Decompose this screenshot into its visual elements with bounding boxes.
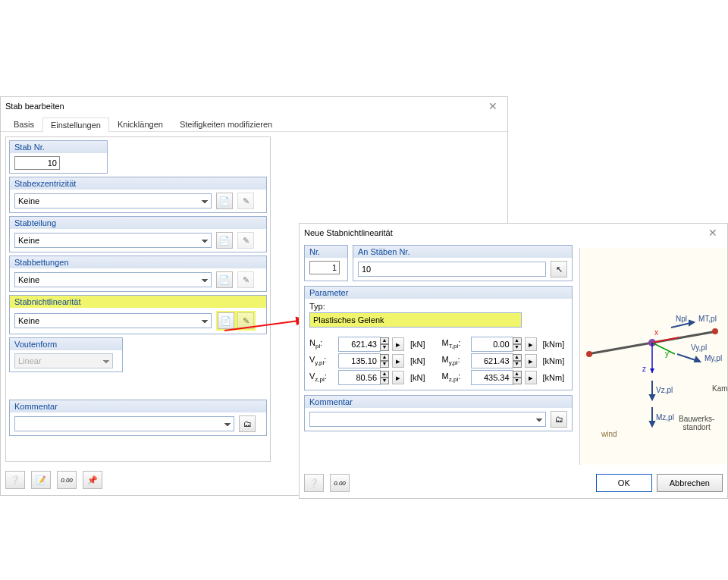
Vypl-input[interactable] [338, 353, 381, 368]
window-title: Stab bearbeiten [5, 102, 64, 111]
teil-select[interactable]: Keine [14, 233, 212, 248]
Vzpl-extra-icon[interactable]: ▸ [392, 371, 404, 384]
sec-komm-title: Kommentar [10, 400, 266, 412]
sec-exz-title: Stabexzentrizität [10, 177, 266, 190]
bet-edit-icon[interactable]: ✎ [237, 271, 254, 288]
Npl-input[interactable] [338, 337, 381, 352]
unit-kNm: [kNm] [540, 340, 568, 349]
teil-new-icon[interactable]: 📄 [216, 232, 233, 249]
Mypl-extra-icon[interactable]: ▸ [525, 354, 537, 368]
Mypl-spin[interactable]: ▲▼ [513, 354, 522, 368]
Npl-extra-icon[interactable]: ▸ [392, 337, 404, 351]
lbl-Npl: Npl: [309, 338, 335, 350]
Mzpl-input[interactable] [471, 370, 513, 385]
svg-line-5 [652, 337, 679, 343]
nr-input[interactable] [309, 261, 340, 274]
staben-input[interactable] [358, 262, 546, 277]
sec-komm: Kommentar 🗂 [9, 400, 267, 436]
tabstrip: Basis Einstellungen Knicklängen Steifigk… [1, 117, 507, 132]
MTpl-input[interactable] [471, 337, 513, 352]
diag-MTpl: MT,pl [698, 315, 717, 323]
Mzpl-spin[interactable]: ▲▼ [513, 371, 522, 384]
note-icon[interactable]: 📝 [31, 471, 51, 489]
typ-select[interactable]: Plastisches Gelenk [309, 312, 522, 328]
diag-Mzpl: Mz,pl [656, 413, 674, 422]
ok-button[interactable]: OK [596, 474, 652, 492]
diag-Vypl: Vy,pl [691, 343, 707, 352]
diag-z: z [642, 365, 646, 373]
svg-line-6 [652, 343, 675, 354]
sec-nl: Stabnichtlinearität Keine 📄 ✎ [9, 295, 267, 334]
unit-kNm3: [kNm] [540, 373, 568, 382]
Vzpl-input[interactable] [338, 370, 381, 385]
col-forces: Npl:▲▼▸[kN] Vy,pl:▲▼▸[kN] Vz,pl:▲▼▸[kN] [309, 335, 428, 387]
diag-Mypl: My,pl [704, 354, 722, 362]
win2-toolbar: ❔ 0.00 [304, 474, 350, 492]
new-nonlinearity-dialog: Neue Stabnichtlinearität ✕ Nr. An Stäben… [299, 223, 728, 499]
tab-knicklaengen[interactable]: Knicklängen [109, 117, 171, 131]
sec-stabnr-title: Stab Nr. [10, 141, 107, 153]
komm2-pick-icon[interactable]: 🗂 [551, 411, 567, 428]
Npl-spin[interactable]: ▲▼ [380, 337, 389, 351]
komm-pick-icon[interactable]: 🗂 [239, 415, 256, 432]
unit-kNm2: [kNm] [540, 356, 568, 365]
sec-nr: Nr. [304, 245, 348, 281]
stabnr-input[interactable] [14, 156, 60, 170]
bet-new-icon[interactable]: 📄 [216, 271, 233, 288]
sec-teil: Stabteilung Keine 📄 ✎ [9, 216, 267, 252]
lbl-MTpl: MT,pl: [442, 338, 468, 350]
komm-select[interactable] [14, 416, 234, 431]
typ-label: Typ: [309, 302, 567, 311]
Vypl-extra-icon[interactable]: ▸ [392, 354, 404, 368]
exz-select[interactable]: Keine [14, 193, 212, 208]
pick-members-icon[interactable]: ↖ [551, 261, 567, 277]
close-icon[interactable]: ✕ [483, 99, 503, 114]
diag-y: y [665, 350, 669, 358]
nl-new-icon[interactable]: 📄 [218, 312, 234, 329]
sec-komm2: Kommentar 🗂 [304, 395, 573, 431]
lbl-Vypl: Vy,pl: [309, 355, 335, 366]
titlebar: Stab bearbeiten ✕ [1, 97, 507, 115]
tab-basis[interactable]: Basis [5, 117, 42, 131]
Mypl-input[interactable] [471, 353, 513, 368]
cancel-button[interactable]: Abbrechen [657, 474, 723, 492]
help-icon[interactable]: ❔ [5, 471, 25, 489]
komm2-select[interactable] [309, 412, 546, 427]
unit-kN3: [kN] [407, 373, 428, 382]
Mzpl-extra-icon[interactable]: ▸ [525, 371, 537, 384]
nl-edit-icon[interactable]: ✎ [237, 312, 254, 329]
tab-einstellungen[interactable]: Einstellungen [42, 118, 109, 132]
exz-edit-icon[interactable]: ✎ [237, 193, 254, 209]
nl-select[interactable]: Keine [14, 313, 212, 328]
Vypl-spin[interactable]: ▲▼ [380, 354, 389, 368]
unit-kN2: [kN] [407, 356, 428, 365]
bet-select[interactable]: Keine [14, 272, 212, 287]
units-icon[interactable]: 0.00 [57, 471, 77, 489]
win2-body: Nr. An Stäben Nr. ↖ Parameter Typ: Plast… [304, 245, 573, 431]
vf-select: Linear [14, 353, 113, 368]
diag-wind: wind [601, 430, 617, 438]
exz-new-icon[interactable]: 📄 [216, 193, 233, 209]
close2-icon[interactable]: ✕ [703, 225, 723, 240]
teil-edit-icon[interactable]: ✎ [237, 232, 254, 249]
sec-vf-title: Voutenform [10, 338, 122, 350]
sec-teil-title: Stabteilung [10, 217, 266, 229]
units2-icon[interactable]: 0.00 [330, 474, 350, 492]
MTpl-spin[interactable]: ▲▼ [513, 337, 522, 351]
tab-steifigkeiten[interactable]: Steifigkeiten modifizieren [171, 117, 281, 131]
help2-icon[interactable]: ❔ [304, 474, 324, 492]
sec-vf: Voutenform Linear [9, 337, 123, 372]
MTpl-extra-icon[interactable]: ▸ [525, 337, 537, 351]
pin-icon[interactable]: 📌 [83, 471, 102, 489]
sec-staben-title: An Stäben Nr. [353, 246, 572, 258]
diag-x: x [654, 328, 658, 337]
sec-staben: An Stäben Nr. ↖ [353, 245, 573, 281]
sec-param: Parameter Typ: Plastisches Gelenk Npl:▲▼… [304, 286, 573, 390]
diag-Vzpl: Vz,pl [656, 386, 673, 394]
sec-bet: Stabbettungen Keine 📄 ✎ [9, 256, 267, 292]
Vzpl-spin[interactable]: ▲▼ [380, 371, 389, 384]
diagram-panel: x y z Npl MT,pl Vy,pl My,pl Vz,pl Mz,pl … [579, 248, 727, 465]
titlebar2: Neue Stabnichtlinearität ✕ [300, 224, 727, 242]
unit-kN: [kN] [407, 340, 428, 349]
col-moments: MT,pl:▲▼▸[kNm] My,pl:▲▼▸[kNm] Mz,pl:▲▼▸[… [442, 335, 568, 387]
